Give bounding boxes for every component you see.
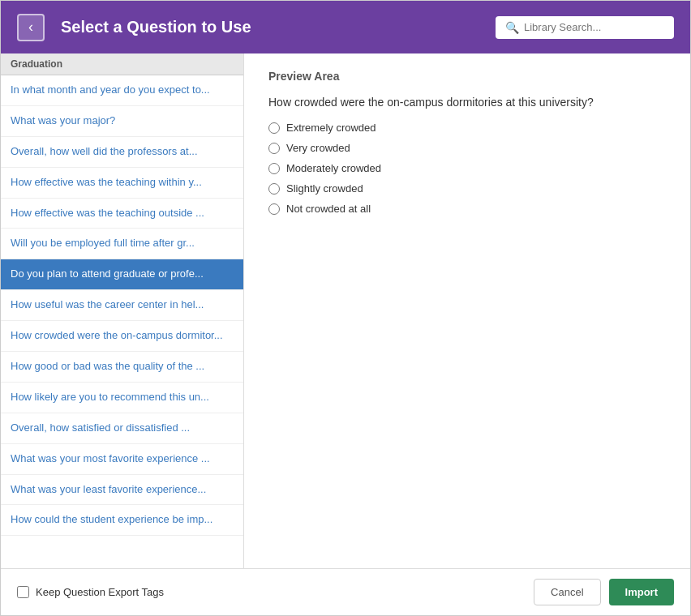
modal-footer: Keep Question Export Tags Cancel Import [1,568,690,615]
footer-left: Keep Question Export Tags [17,586,164,598]
radio-option: Very crowded [268,142,666,154]
list-item[interactable]: How useful was the career center in hel.… [1,290,243,321]
radio-label: Extremely crowded [286,122,376,134]
radio-label: Slightly crowded [286,182,363,195]
list-item[interactable]: In what month and year do you expect to.… [1,75,243,106]
export-tags-label: Keep Question Export Tags [36,586,164,598]
preview-area: Preview Area How crowded were the on-cam… [244,53,690,568]
list-item[interactable]: What was your least favorite experience.… [1,475,243,506]
list-item[interactable]: Overall, how satisfied or dissatisfied .… [1,413,243,444]
list-item[interactable]: What was your major? [1,106,243,137]
list-item[interactable]: How effective was the teaching within y.… [1,168,243,199]
sidebar-list: In what month and year do you expect to.… [1,75,243,568]
radio-option: Slightly crowded [268,182,666,195]
radio-label: Very crowded [286,142,350,154]
sidebar-category: Graduation [1,53,243,75]
radio-input[interactable] [268,122,280,134]
radio-label: Not crowded at all [286,203,371,215]
radio-input[interactable] [268,163,280,174]
search-icon: 🔍 [505,21,519,34]
list-item[interactable]: Will you be employed full time after gr.… [1,229,243,259]
list-item[interactable]: What was your most favorite experience .… [1,444,243,475]
list-item[interactable]: How could the student experience be imp.… [1,505,243,536]
search-container: 🔍 [496,16,674,39]
list-item[interactable]: How effective was the teaching outside .… [1,199,243,229]
footer-right: Cancel Import [534,579,674,605]
list-item[interactable]: Do you plan to attend graduate or profe.… [1,259,243,290]
radio-option: Not crowded at all [268,203,666,215]
list-item[interactable]: How likely are you to recommend this un.… [1,383,243,413]
radio-option: Extremely crowded [268,122,666,134]
radio-input[interactable] [268,203,280,215]
search-input[interactable] [524,21,664,33]
back-button[interactable]: ‹ [17,14,45,41]
list-item[interactable]: Overall, how well did the professors at.… [1,137,243,168]
radio-input[interactable] [268,143,280,154]
preview-title: Preview Area [268,70,666,83]
cancel-button[interactable]: Cancel [534,579,600,605]
preview-question: How crowded were the on-campus dormitori… [268,96,666,109]
import-button[interactable]: Import [609,579,674,605]
radio-option: Moderately crowded [268,162,666,174]
sidebar: Graduation In what month and year do you… [1,53,244,568]
radio-label: Moderately crowded [286,162,381,174]
list-item[interactable]: How good or bad was the quality of the .… [1,352,243,383]
modal-container: ‹ Select a Question to Use 🔍 Graduation … [0,0,691,616]
modal-body: Graduation In what month and year do you… [1,53,690,568]
modal-header: ‹ Select a Question to Use 🔍 [1,1,690,53]
modal-title: Select a Question to Use [61,18,496,36]
export-tags-checkbox[interactable] [17,586,29,598]
list-item[interactable]: How crowded were the on-campus dormitor.… [1,321,243,352]
radio-options-container: Extremely crowdedVery crowdedModerately … [268,122,666,215]
radio-input[interactable] [268,183,280,195]
